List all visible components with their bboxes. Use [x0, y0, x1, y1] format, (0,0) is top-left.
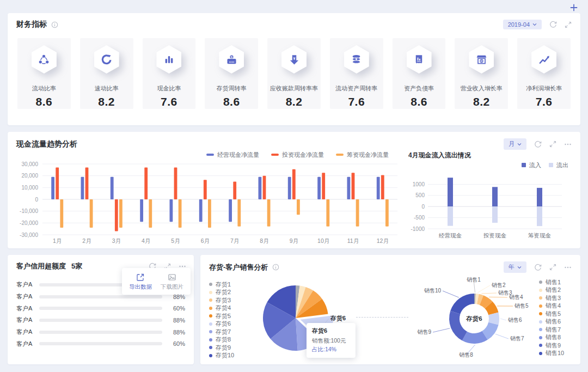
legend-label: 销售5	[546, 311, 561, 316]
bar[interactable]	[263, 176, 266, 199]
series-筹资现金净流量[interactable]	[60, 199, 388, 228]
svg-text:筹资现金: 筹资现金	[528, 232, 552, 239]
inventory-legend: 存货1存货2存货3存货4存货5存货6存货7存货8存货9存货10	[209, 275, 243, 370]
bar[interactable]	[51, 177, 54, 199]
cashflow-trend-chart[interactable]: 30,00020,00010,0000-10,000-20,000-30,000…	[16, 160, 401, 250]
cash-inout-chart[interactable]: 10005000-500-1000经营现金投资现金筹资现金	[408, 170, 566, 242]
legend-item-流出[interactable]: 流出	[549, 161, 568, 169]
legend-item-存货6[interactable]: 存货6	[209, 321, 243, 326]
info-icon[interactable]	[51, 21, 58, 28]
legend-item-存货1[interactable]: 存货1	[209, 282, 243, 287]
bar[interactable]	[322, 173, 325, 199]
sales-donut-area: 销售1销售2销售3销售4销售5销售6销售7销售8销售9销售10存货6	[413, 275, 539, 370]
bar[interactable]	[90, 199, 93, 228]
tooltip-sales: 销售额:100元	[312, 337, 350, 345]
bar[interactable]	[267, 199, 271, 227]
bar[interactable]	[119, 199, 122, 228]
sales-donut-chart[interactable]: 销售1销售2销售3销售4销售5销售6销售7销售8销售9销售10存货6	[413, 275, 539, 368]
bar[interactable]	[288, 177, 291, 199]
legend-item-销售5[interactable]: 销售5	[539, 311, 573, 316]
bar[interactable]	[292, 169, 296, 199]
sales-period-dropdown[interactable]: 年	[504, 261, 526, 273]
bar-流入[interactable]	[448, 178, 453, 206]
legend-item-投资现金净流量[interactable]: 投资现金净流量	[271, 151, 324, 159]
bar-流出[interactable]	[537, 206, 542, 226]
indicator-card: $ 存货周转率 8.6	[205, 38, 258, 109]
legend-item-销售9[interactable]: 销售9	[539, 343, 573, 348]
refresh-button[interactable]	[534, 264, 542, 271]
bar[interactable]	[259, 177, 262, 199]
bar[interactable]	[174, 168, 177, 200]
bar[interactable]	[317, 177, 321, 199]
legend-item-存货7[interactable]: 存货7	[209, 329, 243, 334]
bar[interactable]	[297, 199, 300, 215]
legend-item-销售10[interactable]: 销售10	[539, 350, 573, 356]
bar[interactable]	[149, 199, 152, 228]
expand-button[interactable]	[565, 21, 572, 28]
bar[interactable]	[326, 199, 329, 227]
legend-item-销售7[interactable]: 销售7	[539, 327, 573, 332]
export-data-menu-item[interactable]: 导出数据	[129, 273, 152, 291]
legend-item-存货4[interactable]: 存货4	[209, 305, 243, 310]
legend-item-销售4[interactable]: 销售4	[539, 303, 573, 308]
legend-label: 销售2	[546, 287, 561, 292]
bar[interactable]	[204, 180, 207, 199]
legend-item-存货2[interactable]: 存货2	[209, 289, 243, 295]
bar[interactable]	[60, 199, 63, 228]
legend-item-流入[interactable]: 流入	[522, 161, 541, 169]
legend-item-经营现金净流量[interactable]: 经营现金净流量	[206, 151, 259, 159]
add-widget-button[interactable]	[569, 3, 578, 12]
legend-item-存货10[interactable]: 存货10	[209, 352, 243, 358]
bar-流出[interactable]	[492, 206, 498, 223]
bar[interactable]	[385, 199, 389, 227]
legend-item-销售8[interactable]: 销售8	[539, 334, 573, 340]
bar[interactable]	[237, 199, 241, 227]
bar-流入[interactable]	[492, 187, 498, 206]
refresh-button[interactable]	[534, 141, 542, 148]
donut-slice-销售10[interactable]	[450, 294, 474, 314]
receipt-chart-icon	[413, 53, 425, 66]
cashflow-period-dropdown[interactable]: 月	[504, 138, 526, 150]
more-button[interactable]	[564, 264, 572, 271]
bar[interactable]	[233, 182, 236, 200]
bar[interactable]	[199, 199, 203, 222]
bar[interactable]	[81, 177, 84, 199]
donut-slice-销售9[interactable]	[449, 311, 467, 341]
legend-item-存货9[interactable]: 存货9	[209, 345, 243, 350]
bar[interactable]	[381, 175, 384, 199]
bar[interactable]	[347, 177, 351, 199]
expand-button[interactable]	[549, 141, 556, 148]
bar[interactable]	[56, 168, 59, 200]
bar[interactable]	[111, 177, 114, 199]
refresh-button[interactable]	[549, 21, 557, 28]
legend-item-存货8[interactable]: 存货8	[209, 337, 243, 342]
bar[interactable]	[115, 199, 118, 231]
bar[interactable]	[229, 199, 232, 222]
bar[interactable]	[352, 173, 355, 199]
legend-item-销售2[interactable]: 销售2	[539, 287, 573, 292]
bar[interactable]	[179, 199, 182, 228]
bar-流出[interactable]	[448, 206, 453, 226]
bar[interactable]	[208, 199, 211, 228]
download-image-menu-item[interactable]: 下载图片	[161, 273, 183, 291]
legend-item-销售3[interactable]: 销售3	[539, 295, 573, 301]
more-button[interactable]	[564, 141, 572, 148]
bar[interactable]	[377, 177, 380, 199]
legend-item-销售6[interactable]: 销售6	[539, 319, 573, 324]
expand-button[interactable]	[549, 264, 556, 271]
legend-item-销售1[interactable]: 销售1	[539, 279, 573, 285]
bar[interactable]	[356, 199, 359, 227]
period-dropdown[interactable]: 2019-04	[503, 20, 542, 29]
pie-tooltip: 存货6 销售额:100元 占比:14%	[307, 323, 356, 358]
bar[interactable]	[85, 168, 89, 200]
bar-流入[interactable]	[537, 188, 542, 206]
info-icon[interactable]	[272, 264, 279, 271]
legend-dot	[209, 307, 212, 310]
legend-item-存货5[interactable]: 存货5	[209, 313, 243, 319]
bar[interactable]	[170, 199, 173, 222]
legend-item-存货3[interactable]: 存货3	[209, 297, 243, 303]
bar[interactable]	[140, 199, 143, 222]
legend-item-筹资现金净流量[interactable]: 筹资现金净流量	[336, 151, 389, 159]
legend-label: 销售3	[546, 295, 561, 301]
bar[interactable]	[144, 168, 148, 200]
